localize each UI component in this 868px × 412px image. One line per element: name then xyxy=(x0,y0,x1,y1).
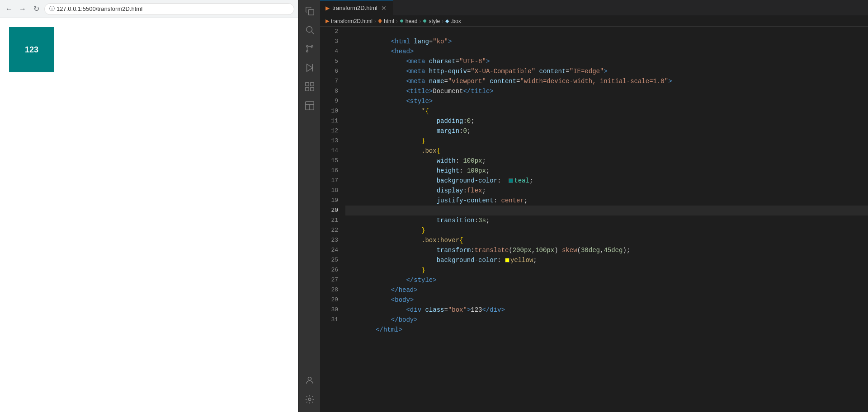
code-line-17: display:flex; xyxy=(345,176,868,186)
svg-point-5 xyxy=(306,51,308,52)
source-control-icon[interactable] xyxy=(301,40,319,58)
code-line-16: background-color: teal; xyxy=(345,166,868,176)
ln-15: 15 xyxy=(320,156,338,166)
bc-tag-icon-1: ⋕ xyxy=(378,18,382,24)
reload-button[interactable]: ↻ xyxy=(31,4,42,14)
ln-16: 16 xyxy=(320,166,338,176)
code-line-28: <body> xyxy=(345,285,868,295)
code-line-20: transition:3s; xyxy=(345,206,868,215)
tab-label: transform2D.html xyxy=(332,5,377,11)
code-content[interactable]: <html lang="ko"> <head> <meta charset="U… xyxy=(342,27,868,412)
settings-icon[interactable] xyxy=(301,390,319,408)
search-icon[interactable] xyxy=(301,21,319,39)
code-line-4: <meta charset="UTF-8"> xyxy=(345,47,868,56)
bc-sep-4: › xyxy=(442,18,443,24)
code-line-25: } xyxy=(345,255,868,265)
tab-bar: ▶ transform2D.html ✕ xyxy=(320,0,868,16)
ln-25: 25 xyxy=(320,255,338,265)
svg-marker-6 xyxy=(307,64,312,72)
svg-line-2 xyxy=(311,32,314,34)
svg-rect-0 xyxy=(308,9,314,15)
forward-button[interactable]: → xyxy=(17,4,28,14)
ln-17: 17 xyxy=(320,176,338,186)
code-editor[interactable]: 2 3 4 5 6 7 8 9 10 11 12 13 14 15 16 17 … xyxy=(320,27,868,412)
ln-27: 27 xyxy=(320,275,338,285)
code-line-9: *{ xyxy=(345,96,868,106)
svg-point-15 xyxy=(308,377,311,380)
code-line-24: background-color: yellow; xyxy=(345,245,868,255)
svg-rect-10 xyxy=(305,88,308,91)
activity-bar xyxy=(298,0,320,412)
code-line-14: width: 100px; xyxy=(345,146,868,156)
copy-icon[interactable] xyxy=(301,2,319,20)
code-line-11: margin:0; xyxy=(345,116,868,126)
svg-rect-8 xyxy=(305,83,308,86)
code-line-18: justify-content: center; xyxy=(345,186,868,196)
address-bar[interactable]: ⓘ 127.0.0.1:5500/transform2D.html xyxy=(44,3,294,15)
tab-close-button[interactable]: ✕ xyxy=(380,5,387,12)
ln-2: 2 xyxy=(320,27,338,37)
bc-tag-icon-3: ⋕ xyxy=(423,18,427,24)
ln-5: 5 xyxy=(320,56,338,66)
ln-14: 14 xyxy=(320,146,338,156)
code-line-15: height: 100px; xyxy=(345,156,868,166)
ln-8: 8 xyxy=(320,86,338,96)
bc-sep-3: › xyxy=(419,18,421,24)
browser-content: 123 xyxy=(0,18,298,412)
bc-box[interactable]: .box xyxy=(451,18,461,24)
code-line-10: padding:0; xyxy=(345,106,868,116)
code-line-29: <div class="box">123</div> xyxy=(345,295,868,305)
ln-22: 22 xyxy=(320,225,338,235)
code-line-31: </html> xyxy=(345,315,868,325)
ln-12: 12 xyxy=(320,126,338,136)
bc-style[interactable]: style xyxy=(429,18,440,24)
code-line-2: <html lang="ko"> xyxy=(345,27,868,37)
ln-30: 30 xyxy=(320,305,338,315)
svg-point-4 xyxy=(311,46,313,47)
code-line-30: </body> xyxy=(345,305,868,315)
line-numbers: 2 3 4 5 6 7 8 9 10 11 12 13 14 15 16 17 … xyxy=(320,27,342,412)
ln-7: 7 xyxy=(320,76,338,86)
code-line-23: transform:translate(200px,100px) skew(30… xyxy=(345,235,868,245)
ln-4: 4 xyxy=(320,47,338,56)
account-icon[interactable] xyxy=(301,371,319,389)
bc-file[interactable]: transform2D.html xyxy=(331,18,373,24)
svg-point-1 xyxy=(306,27,312,33)
code-line-22: .box:hover{ xyxy=(345,225,868,235)
lock-icon: ⓘ xyxy=(49,5,55,13)
code-line-12: } xyxy=(345,126,868,136)
code-line-5: <meta http-equiv="X-UA-Compatible" conte… xyxy=(345,56,868,66)
extensions-icon[interactable] xyxy=(301,78,319,96)
ln-21: 21 xyxy=(320,215,338,225)
back-button[interactable]: ← xyxy=(4,4,14,14)
ln-29: 29 xyxy=(320,295,338,305)
svg-rect-11 xyxy=(310,88,313,91)
code-line-27: </head> xyxy=(345,275,868,285)
run-debug-icon[interactable] xyxy=(301,59,319,77)
svg-rect-9 xyxy=(310,83,313,86)
bc-head[interactable]: head xyxy=(406,18,418,24)
ln-13: 13 xyxy=(320,136,338,146)
ln-10: 10 xyxy=(320,106,338,116)
code-line-3: <head> xyxy=(345,37,868,47)
bc-html[interactable]: html xyxy=(384,18,394,24)
ln-11: 11 xyxy=(320,116,338,126)
code-line-8: <style> xyxy=(345,86,868,96)
ln-31: 31 xyxy=(320,315,338,325)
editor-tab[interactable]: ▶ transform2D.html ✕ xyxy=(320,0,393,15)
ln-6: 6 xyxy=(320,66,338,76)
browser-toolbar: ← → ↻ ⓘ 127.0.0.1:5500/transform2D.html xyxy=(0,0,298,18)
layout-icon[interactable] xyxy=(301,97,319,115)
code-line-19: align-items: center; xyxy=(345,196,868,206)
ln-24: 24 xyxy=(320,245,338,255)
browser-pane: ← → ↻ ⓘ 127.0.0.1:5500/transform2D.html … xyxy=(0,0,298,412)
ln-9: 9 xyxy=(320,96,338,106)
demo-number: 123 xyxy=(25,45,38,55)
ln-28: 28 xyxy=(320,285,338,295)
svg-point-3 xyxy=(306,46,308,47)
code-line-21: } xyxy=(345,215,868,225)
bc-html-icon: ▶ xyxy=(326,18,329,24)
code-line-7: <title>Document</title> xyxy=(345,76,868,86)
demo-box: 123 xyxy=(9,27,54,72)
ln-26: 26 xyxy=(320,265,338,275)
